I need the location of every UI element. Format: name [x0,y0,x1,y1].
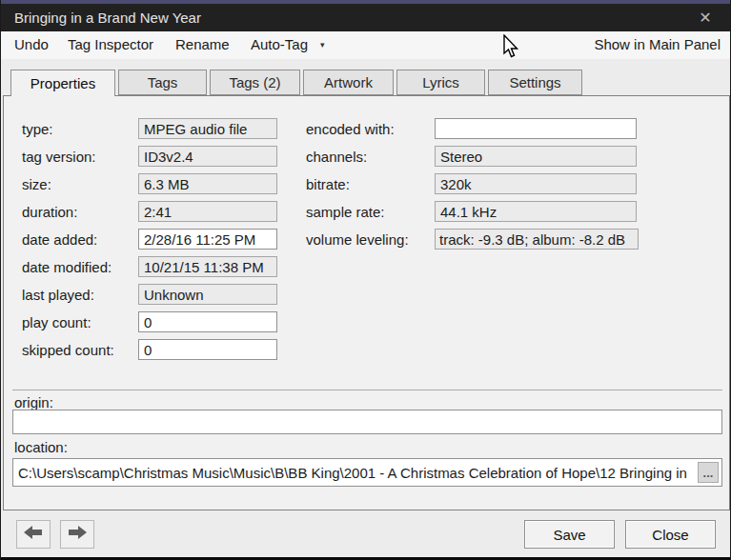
last-played-label: last played: [22,287,94,303]
date-modified-value: 10/21/15 11:38 PM [138,256,277,277]
date-modified-label: date modified: [22,259,112,275]
titlebar[interactable]: Bringing in a Brand New Year ✕ [1,4,731,31]
tab-strip: Properties Tags Tags (2) Artwork Lyrics … [10,70,582,96]
chevron-down-icon[interactable]: ▾ [320,40,325,50]
date-added-input[interactable] [138,229,277,250]
skipped-count-input[interactable] [138,339,277,360]
bitrate-value: 320k [435,173,637,194]
duration-value: 2:41 [138,201,277,222]
tab-properties[interactable]: Properties [10,70,115,96]
tag-version-label: tag version: [22,149,96,165]
location-label: location: [14,439,68,455]
arrow-left-icon [24,525,43,544]
tag-version-value: ID3v2.4 [138,146,277,167]
channels-value: Stereo [435,146,637,167]
play-count-input[interactable] [138,311,277,332]
origin-label: origin: [14,394,53,410]
next-file-button[interactable] [60,520,94,549]
volume-leveling-label: volume leveling: [306,231,409,248]
browse-button[interactable]: ... [698,462,719,483]
date-added-label: date added: [22,231,97,248]
duration-label: duration: [22,204,77,220]
menu-rename[interactable]: Rename [175,36,230,52]
close-icon[interactable]: ✕ [686,4,724,31]
section-divider [12,390,722,390]
close-button[interactable]: Close [625,520,716,549]
window-title: Bringing in a Brand New Year [1,10,201,26]
sample-rate-value: 44.1 kHz [435,201,637,222]
volume-leveling-value: track: -9.3 dB; album: -8.2 dB [435,229,639,250]
arrow-right-icon [68,525,87,544]
save-button[interactable]: Save [524,520,615,549]
tab-artwork[interactable]: Artwork [303,70,394,95]
menu-show-in-main-panel[interactable]: Show in Main Panel [594,36,721,52]
type-value: MPEG audio file [138,118,277,139]
skipped-count-label: skipped count: [22,342,114,358]
menu-tag-inspector[interactable]: Tag Inspector [68,36,153,52]
play-count-label: play count: [22,314,91,330]
tab-tags-2[interactable]: Tags (2) [210,70,300,95]
tab-tags[interactable]: Tags [118,70,207,95]
location-path: C:\Users\scamp\Christmas Music\Music\B\B… [13,465,721,481]
bitrate-label: bitrate: [306,176,350,192]
mouse-cursor-icon [503,34,520,63]
encoded-with-input[interactable] [435,118,637,139]
encoded-with-label: encoded with: [306,121,395,137]
sample-rate-label: sample rate: [306,204,385,220]
menu-undo[interactable]: Undo [14,36,49,52]
tab-settings[interactable]: Settings [488,70,582,95]
menubar: Undo Tag Inspector Rename Auto-Tag ▾ Sho… [1,31,731,59]
origin-input[interactable] [12,410,722,434]
size-value: 6.3 MB [138,173,277,194]
last-played-value: Unknown [138,284,277,305]
size-label: size: [22,176,51,192]
location-input[interactable]: C:\Users\scamp\Christmas Music\Music\B\B… [12,458,722,487]
tab-lyrics[interactable]: Lyrics [396,70,485,95]
type-label: type: [22,121,53,137]
properties-dialog: Bringing in a Brand New Year ✕ Undo Tag … [0,0,731,560]
channels-label: channels: [306,149,367,165]
menu-auto-tag[interactable]: Auto-Tag [251,36,308,52]
previous-file-button[interactable] [16,520,51,549]
